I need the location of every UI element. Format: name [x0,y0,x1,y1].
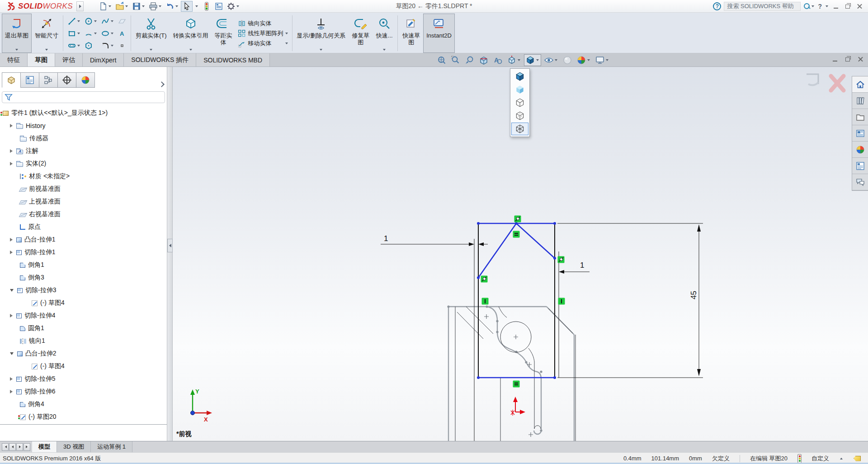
help-circle-icon[interactable]: ? [713,2,721,10]
undo-button[interactable] [164,1,180,12]
tab-sketch[interactable]: 草图 [28,53,55,66]
zoom-to-area-button[interactable] [449,54,462,66]
hide-annotations-button[interactable] [491,54,504,66]
tab-propertymanager[interactable] [20,72,39,88]
expand-arrow-icon[interactable] [10,162,13,166]
dimension-left-1[interactable]: 1 [381,234,488,246]
collapse-arrow-icon[interactable] [10,289,14,292]
tree-item-origin[interactable]: 原点 [0,221,167,233]
apply-scene-button[interactable] [575,54,592,66]
doc-minimize-button[interactable] [831,56,840,63]
print-button[interactable] [147,1,164,12]
tab-3d-views[interactable]: 3D 视图 [57,441,91,452]
tree-item-sensors[interactable]: 传感器 [0,132,167,145]
tree-item-material[interactable]: 材质 <未指定> [0,170,167,183]
repair-sketch-button[interactable]: 修复草 图 [349,14,373,53]
dimension-height-45[interactable]: 45 [689,224,701,376]
display-style-button[interactable] [524,54,541,66]
options-traffic-light-button[interactable] [201,1,212,12]
close-button[interactable] [855,3,864,10]
spline-tool[interactable] [100,15,116,27]
taskpane-custom-properties-tab[interactable] [852,158,868,174]
taskpane-appearances-tab[interactable] [852,142,868,158]
tree-item-chamfer3[interactable]: 倒角3 [0,271,167,284]
tab-displaymanager[interactable] [76,72,95,88]
next-tab-button[interactable] [16,443,23,451]
quick-snaps-button[interactable]: 快速... [373,14,396,53]
tree-item-cut-extrude3[interactable]: 切除-拉伸3 [0,284,167,297]
relation-tangent-icon[interactable] [514,216,521,223]
mirror-entities-button[interactable]: 镜向实体 [237,19,289,28]
tag-icon[interactable] [854,456,861,461]
zoom-to-fit-button[interactable] [435,54,448,66]
circle-tool[interactable] [83,15,99,27]
move-entities-button[interactable]: 移动实体 [237,39,289,48]
point-tool[interactable] [117,40,127,52]
tree-item-sketch4b[interactable]: (-) 草图4 [0,360,167,373]
expand-arrow-icon[interactable] [10,314,13,317]
first-tab-button[interactable] [2,443,9,451]
relation-vertical-icon[interactable] [558,298,565,305]
tree-item-mirror1[interactable]: 镜向1 [0,335,167,347]
tree-item-cut-extrude5[interactable]: 切除-拉伸5 [0,373,167,385]
tree-item-sketch4[interactable]: (-) 草图4 [0,297,167,309]
confirmation-corner[interactable] [803,71,848,96]
tree-item-boss-extrude1[interactable]: 凸台-拉伸1 [0,233,167,246]
save-button[interactable] [131,1,147,12]
relation-tangent-icon[interactable] [481,276,488,283]
trim-entities-button[interactable]: 剪裁实体(T) [132,14,170,53]
hide-show-items-button[interactable] [542,54,560,66]
prev-tab-button[interactable] [9,443,16,451]
slot-tool[interactable] [66,40,82,52]
expand-arrow-icon[interactable] [10,390,13,393]
taskpane-forum-tab[interactable] [852,174,868,190]
select-options-caret[interactable] [193,1,200,12]
plane-tool[interactable] [117,15,127,27]
expand-arrow-icon[interactable] [10,124,13,128]
tree-item-boss-extrude2[interactable]: 凸台-拉伸2 [0,347,167,360]
text-tool[interactable] [117,28,127,39]
new-document-button[interactable] [97,1,113,12]
section-view-button[interactable] [477,54,490,66]
tab-featuremanager[interactable] [2,72,21,88]
rapid-sketch-button[interactable]: 快速草 图 [399,14,423,53]
last-tab-button[interactable] [24,443,30,451]
tree-item-solid-bodies[interactable]: 实体(2) [0,157,167,170]
view-orientation-button[interactable] [505,54,523,66]
menu-flyout-button[interactable] [76,1,84,11]
panel-collapse-button[interactable] [167,239,173,252]
expand-arrow-icon[interactable] [10,251,13,254]
tab-model[interactable]: 模型 [32,441,57,452]
tree-item-cut-extrude6[interactable]: 切除-拉伸6 [0,385,167,398]
taskpane-view-palette-tab[interactable] [852,125,868,142]
line-tool[interactable] [66,15,82,27]
display-style-hidden-lines-removed[interactable] [511,96,528,109]
expand-arrow-icon[interactable] [10,149,13,153]
linear-pattern-button[interactable]: 线性草图阵列 [237,29,289,38]
tree-item-chamfer4[interactable]: 倒角4 [0,398,167,411]
tree-filter[interactable] [2,91,165,103]
panel-splitter[interactable] [167,67,173,441]
previous-view-button[interactable] [463,54,476,66]
display-style-hidden-lines-visible[interactable] [511,109,528,122]
expand-arrow-icon[interactable] [10,377,13,381]
smart-dimension-button[interactable]: 智能尺寸 [32,14,61,53]
properties-list-button[interactable] [213,1,225,12]
doc-restore-button[interactable] [844,56,853,63]
exit-sketch-button[interactable]: 退出草图 [2,14,32,53]
tree-item-cut-extrude4[interactable]: 切除-拉伸4 [0,309,167,322]
taskpane-file-explorer-tab[interactable] [852,109,868,125]
sketch-lines-blue[interactable] [478,223,555,378]
restore-button[interactable] [844,3,853,10]
panel-expand-chevron-icon[interactable] [158,81,164,88]
tree-item-cut-extrude1[interactable]: 切除-拉伸1 [0,246,167,259]
sketch-fillet-tool[interactable] [100,40,116,52]
tree-item-fillet1[interactable]: 圆角1 [0,322,167,335]
taskpane-home-tab[interactable] [852,76,868,93]
edit-appearance-button[interactable] [561,54,574,66]
tree-item-history[interactable]: History [0,119,167,132]
relation-equal-icon[interactable] [513,381,520,388]
rectangle-tool[interactable] [66,28,82,39]
tab-motion-study[interactable]: 运动算例 1 [91,441,132,452]
taskpane-design-library-tab[interactable] [852,93,868,109]
